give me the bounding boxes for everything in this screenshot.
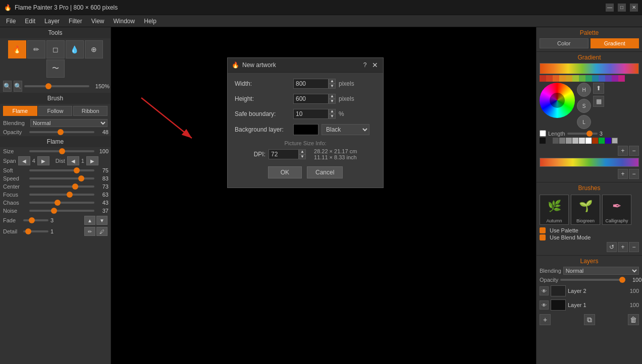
gradient-adjust-btn[interactable]: ▦	[593, 96, 604, 107]
safe-input[interactable]	[293, 109, 329, 119]
flame-mode-btn[interactable]: Flame	[3, 106, 37, 116]
gradient-remove-btn[interactable]: −	[629, 146, 639, 156]
gradient-bar-bottom[interactable]	[540, 158, 639, 167]
transform-tool-btn[interactable]: ⊕	[85, 40, 103, 58]
hue-button[interactable]: H	[577, 83, 591, 97]
brush-refresh-btn[interactable]: ↺	[607, 242, 617, 252]
minimize-button[interactable]: —	[606, 4, 614, 12]
swatch-4[interactable]	[559, 75, 566, 82]
brush-add-btn[interactable]: +	[618, 242, 628, 252]
length-checkbox[interactable]	[540, 130, 546, 137]
safe-down-btn[interactable]: ▼	[329, 114, 336, 119]
ss-6[interactable]	[572, 138, 578, 144]
eraser-tool-btn[interactable]: ◻	[46, 40, 65, 58]
ok-button[interactable]: OK	[268, 166, 302, 178]
fade-btn-2[interactable]: ▼	[96, 216, 108, 225]
height-input[interactable]	[293, 94, 329, 104]
ss-2[interactable]	[546, 138, 552, 144]
ss-4[interactable]	[559, 138, 565, 144]
brush-calligraphy[interactable]: ✒ Calligraphy	[602, 195, 631, 225]
dialog-help-button[interactable]: ?	[361, 61, 369, 69]
ss-8[interactable]	[585, 138, 592, 144]
dpi-input[interactable]	[269, 149, 299, 159]
menu-view[interactable]: View	[87, 17, 109, 26]
bg-color-select[interactable]: Black White Transparent	[322, 124, 369, 135]
ss-11[interactable]	[605, 138, 611, 144]
layer-1-row[interactable]: 👁 Layer 1 100	[537, 298, 642, 312]
chaos-slider[interactable]	[29, 202, 94, 204]
swatch-12[interactable]	[612, 75, 618, 82]
ss-7[interactable]	[579, 138, 585, 144]
gradient-tab[interactable]: Gradient	[591, 38, 639, 48]
menu-window[interactable]: Window	[110, 17, 139, 26]
width-input[interactable]	[293, 79, 329, 89]
swatch-9[interactable]	[592, 75, 599, 82]
swatch-6[interactable]	[572, 75, 579, 82]
opacity-slider[interactable]	[29, 131, 94, 133]
layers-blending-select[interactable]: Normal Multiply Screen	[563, 267, 639, 275]
safe-up-btn[interactable]: ▲	[329, 109, 336, 114]
swatch-7[interactable]	[579, 75, 585, 82]
size-slider[interactable]	[29, 150, 94, 152]
layer-2-row[interactable]: 👁 Layer 2 100	[537, 284, 642, 298]
flame-tool-btn[interactable]: 🔥	[8, 40, 26, 58]
menu-help[interactable]: Help	[140, 17, 161, 26]
layer-1-eye[interactable]: 👁	[540, 300, 549, 310]
zoom-out-button[interactable]: 🔍	[3, 81, 12, 92]
canvas-area[interactable]: 🔥 New artwork ? ✕ Width: ▲ ▼	[111, 27, 536, 364]
length-slider[interactable]	[567, 133, 598, 135]
zoom-slider[interactable]	[24, 85, 89, 87]
blending-select[interactable]: Normal Multiply Screen Overlay	[30, 119, 108, 127]
layers-opacity-slider[interactable]	[560, 279, 625, 281]
ss-5[interactable]	[566, 138, 572, 144]
span-minus-btn[interactable]: ◀	[18, 156, 30, 165]
menu-layer[interactable]: Layer	[40, 17, 64, 26]
zoom-in-button[interactable]: 🔍	[14, 81, 22, 92]
pencil-tool-btn[interactable]: ✏	[27, 40, 45, 58]
width-down-btn[interactable]: ▼	[329, 84, 336, 89]
brush-remove-btn[interactable]: −	[629, 242, 639, 252]
swatch-10[interactable]	[599, 75, 605, 82]
swatch-3[interactable]	[553, 75, 559, 82]
height-down-btn[interactable]: ▼	[329, 99, 336, 104]
ss-1[interactable]	[540, 138, 546, 144]
layer-duplicate-btn[interactable]: ⧉	[584, 314, 595, 325]
swatch-2[interactable]	[546, 75, 553, 82]
swatch-13[interactable]	[618, 75, 625, 82]
saturation-button[interactable]: S	[577, 99, 591, 113]
ribbon-mode-btn[interactable]: Ribbon	[73, 106, 108, 116]
layer-new-btn[interactable]: +	[540, 314, 551, 325]
cancel-button[interactable]: Cancel	[307, 166, 343, 178]
bg-color-swatch[interactable]	[293, 124, 318, 135]
ss-9[interactable]	[592, 138, 598, 144]
brush-autumn[interactable]: 🌿 Autumn	[540, 195, 569, 225]
brush-biogreen[interactable]: 🌱 Biogreen	[571, 195, 600, 225]
maximize-button[interactable]: □	[618, 4, 626, 12]
wave-tool-btn[interactable]: 〜	[46, 59, 65, 78]
gradient-add-btn[interactable]: +	[618, 146, 628, 156]
ss-12[interactable]	[612, 138, 618, 144]
center-slider[interactable]	[29, 186, 94, 188]
follow-mode-btn[interactable]: Follow	[38, 106, 73, 116]
gradient-add2-btn[interactable]: +	[618, 169, 628, 179]
close-button[interactable]: ✕	[630, 4, 638, 12]
soft-slider[interactable]	[29, 169, 94, 171]
ss-3[interactable]	[553, 138, 559, 144]
color-tab[interactable]: Color	[540, 38, 589, 48]
fade-slider[interactable]	[23, 219, 48, 221]
lightness-button[interactable]: L	[577, 115, 591, 129]
gradient-bar-top[interactable]	[540, 63, 639, 74]
dist-minus-btn[interactable]: ◀	[67, 156, 79, 165]
height-up-btn[interactable]: ▲	[329, 94, 336, 99]
gradient-import-btn[interactable]: ⬆	[593, 83, 604, 94]
layer-2-eye[interactable]: 👁	[540, 286, 549, 295]
water-tool-btn[interactable]: 💧	[66, 40, 84, 58]
fade-btn-1[interactable]: ▲	[84, 216, 95, 225]
noise-slider[interactable]	[29, 210, 94, 212]
layer-delete-btn[interactable]: 🗑	[628, 314, 639, 325]
span-plus-btn[interactable]: ▶	[37, 156, 49, 165]
color-wheel[interactable]	[540, 83, 575, 118]
detail-btn-1[interactable]: ✏	[84, 227, 95, 236]
swatch-5[interactable]	[566, 75, 572, 82]
detail-slider[interactable]	[23, 230, 48, 232]
